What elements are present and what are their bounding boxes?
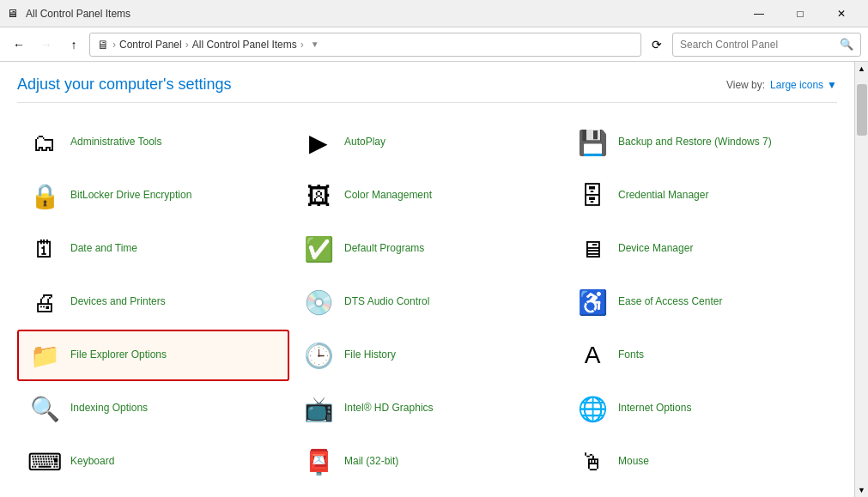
devices-printers-icon: 🖨 bbox=[27, 285, 62, 319]
default-programs-icon: ✅ bbox=[301, 232, 336, 266]
mail-label: Mail (32-bit) bbox=[344, 455, 398, 469]
scroll-up-button[interactable]: ▲ bbox=[855, 62, 869, 76]
keyboard-icon: ⌨ bbox=[27, 445, 62, 479]
address-chevron[interactable]: ▼ bbox=[311, 39, 319, 49]
panel-item-default-programs[interactable]: ✅Default Programs bbox=[291, 223, 563, 275]
admin-tools-label: Administrative Tools bbox=[70, 136, 162, 149]
file-history-label: File History bbox=[344, 349, 396, 362]
panel-item-internet-options[interactable]: 🌐Internet Options bbox=[565, 383, 837, 434]
breadcrumb-sep: › bbox=[112, 39, 116, 51]
keyboard-label: Keyboard bbox=[70, 455, 114, 469]
panel-item-keyboard[interactable]: ⌨Keyboard bbox=[17, 436, 289, 488]
panel-item-file-history[interactable]: 🕒File History bbox=[291, 330, 563, 381]
date-time-icon: 🗓 bbox=[27, 232, 62, 266]
file-explorer-label: File Explorer Options bbox=[70, 349, 167, 362]
file-history-icon: 🕒 bbox=[301, 338, 336, 373]
panel-item-admin-tools[interactable]: 🗂Administrative Tools bbox=[17, 117, 289, 168]
panel-item-devices-printers[interactable]: 🖨Devices and Printers bbox=[17, 276, 289, 328]
color-mgmt-icon: 🖼 bbox=[301, 179, 336, 213]
panel-item-color-mgmt[interactable]: 🖼Color Management bbox=[291, 170, 563, 221]
bitlocker-icon: 🔒 bbox=[27, 179, 62, 213]
autoplay-icon: ▶ bbox=[301, 125, 336, 160]
indexing-icon: 🔍 bbox=[27, 391, 62, 426]
file-explorer-icon: 📁 bbox=[27, 338, 62, 373]
maximize-button[interactable]: □ bbox=[780, 0, 820, 27]
panel-item-phone-modem[interactable]: 📞Phone and Modem bbox=[291, 489, 563, 497]
admin-tools-icon: 🗂 bbox=[27, 125, 62, 160]
address-box[interactable]: 🖥 › Control Panel › All Control Panel It… bbox=[89, 33, 641, 57]
panel-item-network-sharing[interactable]: 🌐Network and Sharing Center bbox=[17, 489, 289, 497]
panel-item-intel-hd[interactable]: 📺Intel® HD Graphics bbox=[291, 383, 563, 434]
panel-item-mail[interactable]: 📮Mail (32-bit) bbox=[291, 436, 563, 488]
breadcrumb-control-panel[interactable]: Control Panel bbox=[119, 39, 182, 51]
scroll-down-button[interactable]: ▼ bbox=[855, 483, 869, 497]
panel-item-dts-audio[interactable]: 💿DTS Audio Control bbox=[291, 276, 563, 328]
intel-hd-label: Intel® HD Graphics bbox=[344, 402, 434, 415]
panel-item-device-mgr[interactable]: 🖥Device Manager bbox=[565, 223, 837, 275]
autoplay-label: AutoPlay bbox=[344, 136, 385, 149]
ease-access-label: Ease of Access Center bbox=[618, 295, 722, 309]
dts-audio-icon: 💿 bbox=[301, 285, 336, 319]
page-title: Adjust your computer's settings bbox=[17, 76, 232, 94]
default-programs-label: Default Programs bbox=[344, 242, 424, 256]
chevron-down-icon: ▼ bbox=[827, 79, 837, 91]
panel-item-indexing[interactable]: 🔍Indexing Options bbox=[17, 383, 289, 434]
intel-hd-icon: 📺 bbox=[301, 391, 336, 426]
panel-item-file-explorer[interactable]: 📁File Explorer Options bbox=[17, 330, 289, 381]
up-button[interactable]: ↑ bbox=[62, 33, 86, 57]
refresh-button[interactable]: ⟳ bbox=[645, 33, 669, 57]
mail-icon: 📮 bbox=[301, 445, 336, 479]
scroll-track bbox=[855, 76, 868, 483]
dts-audio-label: DTS Audio Control bbox=[344, 295, 429, 309]
panel-item-mouse[interactable]: 🖱Mouse bbox=[565, 436, 837, 488]
app-icon: 🖥 bbox=[7, 7, 21, 21]
close-button[interactable]: ✕ bbox=[822, 0, 861, 27]
panel-item-ease-access[interactable]: ♿Ease of Access Center bbox=[565, 276, 837, 328]
window-controls: — □ ✕ bbox=[739, 0, 861, 27]
date-time-label: Date and Time bbox=[70, 242, 137, 256]
color-mgmt-label: Color Management bbox=[344, 189, 432, 203]
view-by-control: View by: Large icons ▼ bbox=[726, 79, 837, 91]
panel-item-power[interactable]: 🔋Power Options bbox=[565, 489, 837, 497]
devices-printers-label: Devices and Printers bbox=[70, 295, 166, 309]
scrollbar: ▲ ▼ bbox=[854, 62, 868, 497]
view-by-label: View by: bbox=[726, 79, 765, 91]
fonts-icon: A bbox=[575, 338, 610, 373]
breadcrumb-all-items[interactable]: All Control Panel Items bbox=[192, 39, 297, 51]
mouse-icon: 🖱 bbox=[575, 445, 610, 479]
window-title: All Control Panel Items bbox=[26, 8, 739, 20]
search-box[interactable]: 🔍 bbox=[672, 33, 861, 57]
forward-button[interactable]: → bbox=[34, 33, 58, 57]
mouse-label: Mouse bbox=[618, 455, 649, 469]
credential-mgr-label: Credential Manager bbox=[618, 189, 708, 203]
search-icon: 🔍 bbox=[840, 38, 853, 51]
backup-restore-label: Backup and Restore (Windows 7) bbox=[618, 136, 772, 149]
breadcrumb-sep2: › bbox=[185, 39, 189, 51]
internet-options-label: Internet Options bbox=[618, 402, 691, 415]
bitlocker-label: BitLocker Drive Encryption bbox=[70, 189, 191, 203]
panel-item-date-time[interactable]: 🗓Date and Time bbox=[17, 223, 289, 275]
title-bar: 🖥 All Control Panel Items — □ ✕ bbox=[0, 0, 868, 27]
device-mgr-label: Device Manager bbox=[618, 242, 693, 256]
minimize-button[interactable]: — bbox=[739, 0, 779, 27]
view-by-dropdown[interactable]: Large icons ▼ bbox=[770, 79, 837, 91]
breadcrumb-icon: 🖥 bbox=[97, 38, 109, 52]
panel-item-credential-mgr[interactable]: 🗄Credential Manager bbox=[565, 170, 837, 221]
view-by-value: Large icons bbox=[770, 79, 823, 91]
panel-item-autoplay[interactable]: ▶AutoPlay bbox=[291, 117, 563, 168]
items-grid: 🗂Administrative Tools▶AutoPlay💾Backup an… bbox=[17, 117, 837, 497]
panel-item-bitlocker[interactable]: 🔒BitLocker Drive Encryption bbox=[17, 170, 289, 221]
back-button[interactable]: ← bbox=[7, 33, 31, 57]
scroll-thumb[interactable] bbox=[857, 84, 867, 136]
credential-mgr-icon: 🗄 bbox=[575, 179, 610, 213]
internet-options-icon: 🌐 bbox=[575, 391, 610, 426]
panel-item-backup-restore[interactable]: 💾Backup and Restore (Windows 7) bbox=[565, 117, 837, 168]
main-container: Adjust your computer's settings View by:… bbox=[0, 62, 868, 497]
backup-restore-icon: 💾 bbox=[575, 125, 610, 160]
address-bar: ← → ↑ 🖥 › Control Panel › All Control Pa… bbox=[0, 27, 868, 62]
panel-item-fonts[interactable]: AFonts bbox=[565, 330, 837, 381]
search-input[interactable] bbox=[680, 39, 835, 51]
ease-access-icon: ♿ bbox=[575, 285, 610, 319]
fonts-label: Fonts bbox=[618, 349, 644, 362]
page-header: Adjust your computer's settings View by:… bbox=[17, 76, 837, 103]
